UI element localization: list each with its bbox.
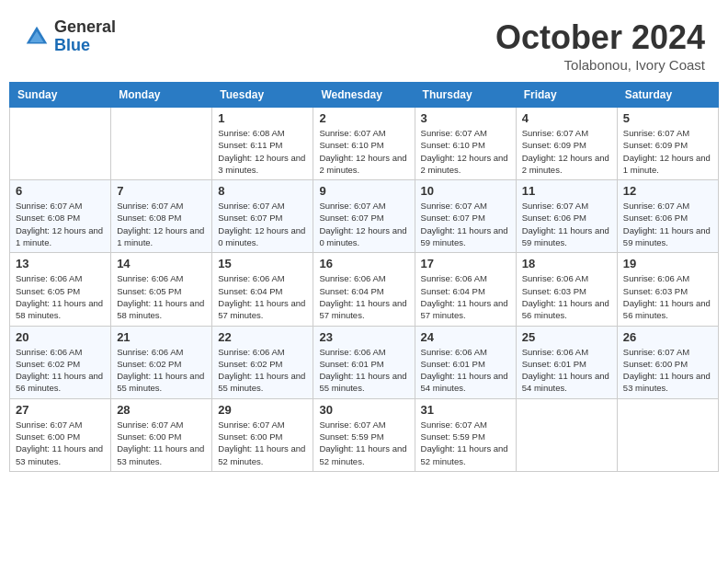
calendar-cell: 5Sunrise: 6:07 AM Sunset: 6:09 PM Daylig… [617, 108, 718, 180]
col-header-tuesday: Tuesday [212, 83, 313, 108]
calendar-cell: 27Sunrise: 6:07 AM Sunset: 6:00 PM Dayli… [10, 398, 111, 471]
day-number: 6 [16, 184, 105, 198]
day-info: Sunrise: 6:06 AM Sunset: 6:04 PM Dayligh… [421, 272, 510, 321]
calendar-cell [10, 108, 111, 180]
day-info: Sunrise: 6:07 AM Sunset: 6:00 PM Dayligh… [218, 419, 307, 467]
calendar-cell: 28Sunrise: 6:07 AM Sunset: 6:00 PM Dayli… [111, 398, 212, 471]
calendar-cell: 23Sunrise: 6:06 AM Sunset: 6:01 PM Dayli… [313, 326, 415, 398]
day-info: Sunrise: 6:06 AM Sunset: 6:04 PM Dayligh… [319, 272, 408, 321]
calendar-week-2: 6Sunrise: 6:07 AM Sunset: 6:08 PM Daylig… [10, 180, 719, 253]
day-number: 3 [421, 111, 510, 125]
day-number: 9 [319, 184, 408, 198]
calendar-cell: 31Sunrise: 6:07 AM Sunset: 5:59 PM Dayli… [415, 398, 516, 471]
logo-icon [23, 23, 51, 51]
calendar-cell: 10Sunrise: 6:07 AM Sunset: 6:07 PM Dayli… [415, 180, 516, 253]
calendar-cell: 6Sunrise: 6:07 AM Sunset: 6:08 PM Daylig… [10, 180, 111, 253]
day-number: 21 [117, 330, 206, 344]
day-info: Sunrise: 6:07 AM Sunset: 6:08 PM Dayligh… [117, 200, 206, 248]
calendar-cell: 19Sunrise: 6:06 AM Sunset: 6:03 PM Dayli… [617, 253, 718, 326]
day-number: 19 [623, 257, 712, 270]
calendar-cell: 22Sunrise: 6:06 AM Sunset: 6:02 PM Dayli… [212, 326, 313, 398]
logo: General Blue [23, 18, 116, 55]
day-number: 10 [421, 184, 510, 198]
day-number: 18 [522, 257, 611, 270]
day-number: 5 [623, 111, 712, 125]
col-header-friday: Friday [516, 83, 617, 108]
day-number: 4 [522, 111, 611, 125]
calendar-cell: 15Sunrise: 6:06 AM Sunset: 6:04 PM Dayli… [212, 253, 313, 326]
calendar-cell: 9Sunrise: 6:07 AM Sunset: 6:07 PM Daylig… [313, 180, 415, 253]
calendar-week-3: 13Sunrise: 6:06 AM Sunset: 6:05 PM Dayli… [10, 253, 719, 326]
calendar-cell: 30Sunrise: 6:07 AM Sunset: 5:59 PM Dayli… [313, 398, 415, 471]
day-number: 29 [218, 403, 307, 417]
day-info: Sunrise: 6:07 AM Sunset: 6:10 PM Dayligh… [319, 127, 408, 176]
day-info: Sunrise: 6:07 AM Sunset: 6:00 PM Dayligh… [623, 346, 712, 395]
day-number: 11 [522, 184, 611, 198]
day-info: Sunrise: 6:07 AM Sunset: 6:07 PM Dayligh… [319, 200, 408, 248]
day-info: Sunrise: 6:07 AM Sunset: 6:06 PM Dayligh… [522, 200, 611, 248]
day-number: 7 [117, 184, 206, 198]
day-info: Sunrise: 6:08 AM Sunset: 6:11 PM Dayligh… [218, 127, 307, 176]
day-info: Sunrise: 6:06 AM Sunset: 6:04 PM Dayligh… [218, 272, 307, 321]
calendar-cell [111, 108, 212, 180]
calendar-cell: 16Sunrise: 6:06 AM Sunset: 6:04 PM Dayli… [313, 253, 415, 326]
calendar-cell: 24Sunrise: 6:06 AM Sunset: 6:01 PM Dayli… [415, 326, 516, 398]
calendar-cell: 21Sunrise: 6:06 AM Sunset: 6:02 PM Dayli… [111, 326, 212, 398]
calendar-cell [617, 398, 718, 471]
day-info: Sunrise: 6:06 AM Sunset: 6:05 PM Dayligh… [16, 272, 105, 321]
day-info: Sunrise: 6:07 AM Sunset: 6:07 PM Dayligh… [218, 200, 307, 248]
calendar-cell: 3Sunrise: 6:07 AM Sunset: 6:10 PM Daylig… [415, 108, 516, 180]
calendar-cell: 13Sunrise: 6:06 AM Sunset: 6:05 PM Dayli… [10, 253, 111, 326]
day-number: 22 [218, 330, 307, 344]
day-info: Sunrise: 6:06 AM Sunset: 6:05 PM Dayligh… [117, 272, 206, 321]
calendar-table: SundayMondayTuesdayWednesdayThursdayFrid… [9, 82, 719, 472]
calendar-cell: 14Sunrise: 6:06 AM Sunset: 6:05 PM Dayli… [111, 253, 212, 326]
calendar-cell: 17Sunrise: 6:06 AM Sunset: 6:04 PM Dayli… [415, 253, 516, 326]
day-info: Sunrise: 6:07 AM Sunset: 6:00 PM Dayligh… [16, 419, 105, 467]
day-number: 25 [522, 330, 611, 344]
day-number: 20 [16, 330, 105, 344]
calendar-week-1: 1Sunrise: 6:08 AM Sunset: 6:11 PM Daylig… [10, 108, 719, 180]
calendar-cell: 25Sunrise: 6:06 AM Sunset: 6:01 PM Dayli… [516, 326, 617, 398]
calendar-header-row: SundayMondayTuesdayWednesdayThursdayFrid… [10, 83, 719, 108]
day-number: 14 [117, 257, 206, 270]
calendar-cell: 1Sunrise: 6:08 AM Sunset: 6:11 PM Daylig… [212, 108, 313, 180]
day-number: 26 [623, 330, 712, 344]
day-info: Sunrise: 6:06 AM Sunset: 6:01 PM Dayligh… [522, 346, 611, 395]
calendar-cell: 4Sunrise: 6:07 AM Sunset: 6:09 PM Daylig… [516, 108, 617, 180]
day-info: Sunrise: 6:07 AM Sunset: 6:09 PM Dayligh… [522, 127, 611, 176]
calendar-cell: 2Sunrise: 6:07 AM Sunset: 6:10 PM Daylig… [313, 108, 415, 180]
day-info: Sunrise: 6:07 AM Sunset: 6:10 PM Dayligh… [421, 127, 510, 176]
day-number: 8 [218, 184, 307, 198]
calendar-week-4: 20Sunrise: 6:06 AM Sunset: 6:02 PM Dayli… [10, 326, 719, 398]
calendar-week-5: 27Sunrise: 6:07 AM Sunset: 6:00 PM Dayli… [10, 398, 719, 471]
logo-blue: Blue [54, 37, 116, 55]
day-info: Sunrise: 6:06 AM Sunset: 6:03 PM Dayligh… [623, 272, 712, 321]
day-number: 16 [319, 257, 408, 270]
day-info: Sunrise: 6:07 AM Sunset: 5:59 PM Dayligh… [319, 419, 408, 467]
location: Tolabonou, Ivory Coast [495, 57, 705, 73]
calendar-cell: 8Sunrise: 6:07 AM Sunset: 6:07 PM Daylig… [212, 180, 313, 253]
col-header-saturday: Saturday [617, 83, 718, 108]
day-number: 1 [218, 111, 307, 125]
title-section: October 2024 Tolabonou, Ivory Coast [495, 18, 705, 73]
col-header-thursday: Thursday [415, 83, 516, 108]
day-info: Sunrise: 6:07 AM Sunset: 6:09 PM Dayligh… [623, 127, 712, 176]
calendar-cell: 18Sunrise: 6:06 AM Sunset: 6:03 PM Dayli… [516, 253, 617, 326]
day-number: 27 [16, 403, 105, 417]
calendar-cell [516, 398, 617, 471]
page-header: General Blue October 2024 Tolabonou, Ivo… [9, 9, 719, 77]
col-header-wednesday: Wednesday [313, 83, 415, 108]
month-title: October 2024 [495, 18, 705, 57]
calendar-cell: 29Sunrise: 6:07 AM Sunset: 6:00 PM Dayli… [212, 398, 313, 471]
day-number: 17 [421, 257, 510, 270]
day-info: Sunrise: 6:06 AM Sunset: 6:01 PM Dayligh… [319, 346, 408, 395]
calendar-cell: 26Sunrise: 6:07 AM Sunset: 6:00 PM Dayli… [617, 326, 718, 398]
day-info: Sunrise: 6:07 AM Sunset: 6:06 PM Dayligh… [623, 200, 712, 248]
day-number: 24 [421, 330, 510, 344]
logo-text: General Blue [54, 18, 116, 55]
calendar-cell: 12Sunrise: 6:07 AM Sunset: 6:06 PM Dayli… [617, 180, 718, 253]
day-number: 15 [218, 257, 307, 270]
day-info: Sunrise: 6:07 AM Sunset: 6:08 PM Dayligh… [16, 200, 105, 248]
day-info: Sunrise: 6:07 AM Sunset: 6:00 PM Dayligh… [117, 419, 206, 467]
